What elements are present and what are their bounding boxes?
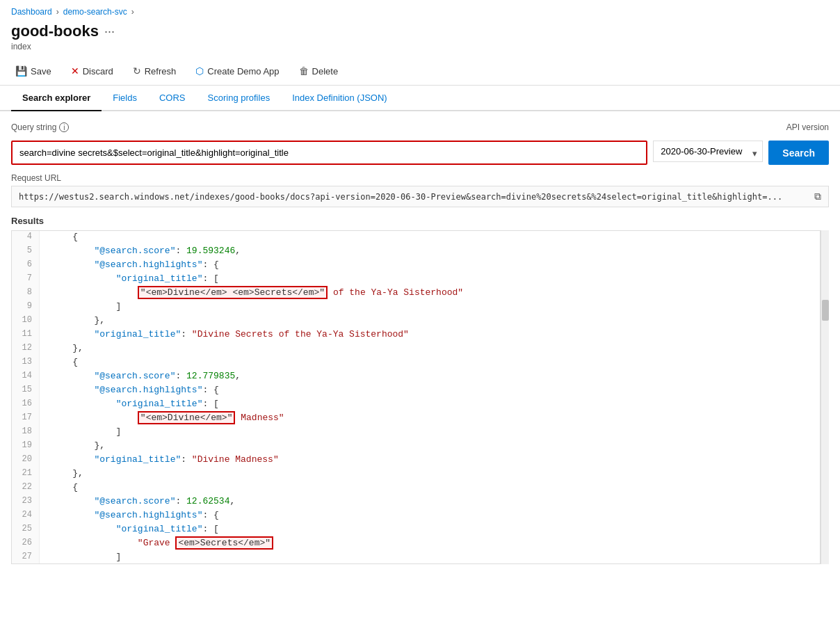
table-row: 27 ] — [12, 551, 820, 564]
table-row: 5 "@search.score": 19.593246, — [12, 245, 820, 259]
table-row: 17 "<em>Divine</em>" Madness" — [12, 412, 820, 426]
results-label: Results — [11, 216, 829, 226]
table-row: 13 { — [12, 356, 820, 370]
discard-button[interactable]: ✕ Discard — [67, 63, 118, 79]
search-button[interactable]: Search — [768, 141, 829, 165]
api-version-select[interactable]: 2020-06-30-Preview2020-06-302019-05-06 — [653, 141, 763, 162]
save-button[interactable]: 💾 Save — [11, 63, 56, 79]
page-title: good-books — [11, 22, 99, 40]
tab-search-explorer[interactable]: Search explorer — [11, 86, 102, 111]
results-section: Results 4 { 5 "@search.score": 19.593246… — [11, 216, 829, 564]
api-search-controls: 2020-06-30-Preview2020-06-302019-05-06 S… — [653, 141, 829, 165]
scrollbar[interactable] — [821, 230, 829, 564]
query-string-label: Query string i — [11, 122, 781, 132]
search-highlight-2: "<em>Divine</em>" — [138, 411, 236, 424]
copy-url-icon[interactable]: ⧉ — [814, 191, 821, 202]
table-row: 16 "original_title": [ — [12, 398, 820, 412]
request-url-label: Request URL — [11, 173, 829, 183]
search-highlight-1: "<em>Divine</em> <em>Secrets</em>" — [138, 286, 328, 299]
table-row: 8 "<em>Divine</em> <em>Secrets</em>" of … — [12, 287, 820, 301]
tab-bar: Search explorer Fields CORS Scoring prof… — [0, 86, 840, 111]
table-row: 25 "original_title": [ — [12, 523, 820, 537]
breadcrumb-dashboard[interactable]: Dashboard — [11, 7, 52, 17]
tab-index-definition[interactable]: Index Definition (JSON) — [281, 86, 398, 111]
tab-scoring-profiles[interactable]: Scoring profiles — [197, 86, 282, 111]
table-row: 7 "original_title": [ — [12, 273, 820, 287]
api-version-label: API version — [786, 122, 829, 132]
page-options-button[interactable]: ··· — [104, 24, 115, 39]
scrollbar-thumb[interactable] — [822, 300, 829, 321]
results-inner: 4 { 5 "@search.score": 19.593246, 6 "@se… — [11, 230, 821, 564]
api-version-select-wrapper: 2020-06-30-Preview2020-06-302019-05-06 — [653, 141, 763, 165]
request-url-section: Request URL https://westus2.search.windo… — [11, 173, 829, 207]
tab-cors[interactable]: CORS — [148, 86, 197, 111]
table-row: 23 "@search.score": 12.62534, — [12, 495, 820, 509]
tab-fields[interactable]: Fields — [102, 86, 148, 111]
table-row: 11 "original_title": "Divine Secrets of … — [12, 328, 820, 342]
delete-icon: 🗑 — [299, 65, 309, 77]
table-row: 6 "@search.highlights": { — [12, 259, 820, 273]
table-row: 12 }, — [12, 342, 820, 356]
breadcrumb: Dashboard › demo-search-svc › — [0, 0, 840, 19]
table-row: 20 "original_title": "Divine Madness" — [12, 454, 820, 467]
results-box[interactable]: 4 { 5 "@search.score": 19.593246, 6 "@se… — [11, 230, 821, 564]
table-row: 22 { — [12, 481, 820, 495]
table-row: 21 }, — [12, 467, 820, 481]
results-container: 4 { 5 "@search.score": 19.593246, 6 "@se… — [11, 230, 829, 564]
breadcrumb-service[interactable]: demo-search-svc — [63, 7, 127, 17]
query-input[interactable] — [13, 142, 646, 163]
table-row: 15 "@search.highlights": { — [12, 384, 820, 398]
discard-icon: ✕ — [71, 65, 79, 77]
page-title-area: good-books ··· — [0, 19, 840, 42]
table-row: 14 "@search.score": 12.779835, — [12, 370, 820, 384]
query-input-wrapper — [11, 141, 647, 165]
refresh-icon: ↻ — [133, 65, 141, 77]
table-row: 10 }, — [12, 314, 820, 328]
table-row: 19 }, — [12, 440, 820, 454]
query-section: Query string i API version 2020-06-30-Pr… — [11, 122, 829, 165]
table-row: 4 { — [12, 231, 820, 245]
page-subtitle: index — [0, 42, 840, 57]
delete-button[interactable]: 🗑 Delete — [295, 63, 343, 79]
table-row: 9 ] — [12, 301, 820, 314]
query-info-icon[interactable]: i — [59, 122, 69, 132]
create-demo-icon: ⬡ — [195, 65, 204, 77]
save-icon: 💾 — [15, 65, 27, 77]
refresh-button[interactable]: ↻ Refresh — [129, 63, 181, 79]
table-row: 18 ] — [12, 426, 820, 440]
request-url-text: https://westus2.search.windows.net/index… — [19, 192, 809, 202]
request-url-box: https://westus2.search.windows.net/index… — [11, 186, 829, 207]
search-highlight-3: <em>Secrets</em>" — [175, 536, 273, 550]
create-demo-app-button[interactable]: ⬡ Create Demo App — [191, 63, 283, 79]
toolbar: 💾 Save ✕ Discard ↻ Refresh ⬡ Create Demo… — [0, 57, 840, 86]
table-row: 26 "Grave <em>Secrets</em>" — [12, 537, 820, 551]
main-content: Query string i API version 2020-06-30-Pr… — [0, 111, 840, 575]
table-row: 24 "@search.highlights": { — [12, 509, 820, 523]
